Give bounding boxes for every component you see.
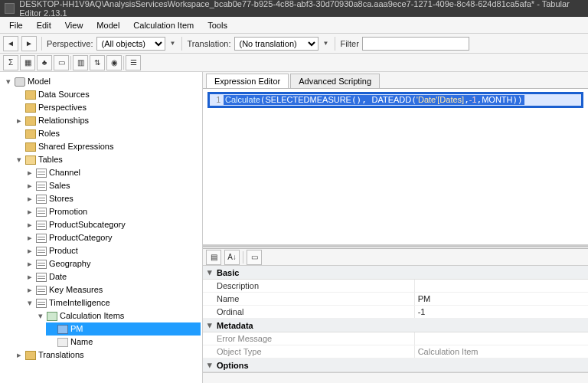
folder-icon[interactable]: ▭: [54, 55, 69, 70]
prop-name-value[interactable]: PM: [415, 293, 588, 305]
expander-icon[interactable]: ▸: [26, 192, 34, 205]
table-icon: [36, 182, 47, 191]
tree-name-col[interactable]: Name: [70, 336, 93, 349]
folder-icon: [25, 90, 36, 100]
props-toolbar: ▤ A↓ ▭: [203, 249, 588, 266]
expander-icon[interactable]: ▸: [15, 349, 23, 362]
code-text[interactable]: Calculate(SELECTEDMEASURE(), DATEADD('Da…: [224, 95, 524, 105]
prop-description[interactable]: Description: [203, 280, 415, 292]
props-rows[interactable]: ▾Basic Description NamePM Ordinal-1 ▾Met…: [203, 266, 588, 372]
tree-table-item[interactable]: Key Measures: [49, 283, 103, 296]
prop-ordinal[interactable]: Ordinal: [203, 306, 415, 318]
table-icon: [36, 221, 47, 230]
tree-table-item[interactable]: ProductSubcategory: [49, 218, 126, 231]
column-icon[interactable]: ▦: [20, 55, 35, 70]
perspective-label: Perspective:: [47, 39, 93, 48]
tree-table-item[interactable]: Channel: [49, 166, 80, 179]
expander-icon[interactable]: ▾: [15, 153, 23, 166]
tree-roles[interactable]: Roles: [38, 127, 60, 140]
tree-relationships[interactable]: Relationships: [38, 114, 89, 127]
tree-calc-items[interactable]: Calculation Items: [60, 309, 124, 322]
tree-table-item[interactable]: Geography: [49, 257, 90, 270]
folder-icon: [25, 142, 36, 152]
tree-table-item[interactable]: ProductCategory: [49, 231, 113, 244]
expander-icon[interactable]: ▸: [26, 166, 34, 179]
tree-data-sources[interactable]: Data Sources: [38, 88, 90, 101]
grid-icon[interactable]: ▥: [73, 55, 88, 70]
nav-back-button[interactable]: ◄: [3, 36, 18, 51]
line-number: 1: [211, 96, 220, 104]
expander-icon[interactable]: ▸: [26, 231, 34, 244]
hierarchy-icon[interactable]: ♣: [37, 55, 52, 70]
menu-calc-item[interactable]: Calculation Item: [127, 19, 200, 31]
tree-table-item[interactable]: Product: [49, 244, 78, 257]
tree-pm[interactable]: PM: [70, 322, 83, 336]
property-pages-icon[interactable]: ▭: [247, 250, 262, 265]
tree-shared-expr[interactable]: Shared Expressions: [38, 140, 113, 153]
expander-icon[interactable]: ▸: [26, 205, 34, 218]
tree-table-item[interactable]: Promotion: [49, 205, 87, 218]
sigma-icon[interactable]: Σ: [3, 55, 18, 70]
expander-icon[interactable]: ▸: [26, 270, 34, 283]
prop-name[interactable]: Name: [203, 293, 415, 305]
tree-root[interactable]: Model: [28, 75, 51, 88]
props-description-bar: [203, 372, 588, 383]
cat-basic[interactable]: ▾Basic: [203, 266, 588, 280]
filter-input[interactable]: [362, 37, 469, 51]
nav-fwd-button[interactable]: ►: [21, 36, 37, 51]
menu-model[interactable]: Model: [90, 19, 126, 31]
prop-object-type[interactable]: Object Type: [203, 345, 415, 358]
tree-tables[interactable]: Tables: [38, 153, 63, 166]
expander-icon[interactable]: ▾: [26, 296, 34, 309]
filter-toggle-icon[interactable]: ☰: [126, 55, 141, 70]
sort-az-icon[interactable]: A↓: [224, 250, 240, 265]
tree-table-item[interactable]: Sales: [49, 179, 70, 192]
tree-timeintelligence[interactable]: TimeIntelligence: [49, 296, 110, 309]
prop-ordinal-value[interactable]: -1: [415, 306, 588, 318]
menu-edit[interactable]: Edit: [31, 19, 57, 31]
translation-select[interactable]: (No translation): [234, 37, 318, 51]
perspective-select[interactable]: (All objects): [96, 37, 165, 51]
expander-icon[interactable]: ▸: [26, 257, 34, 270]
table-icon: [36, 286, 47, 295]
property-grid: ▤ A↓ ▭ ▾Basic Description NamePM Ordinal…: [203, 249, 588, 383]
table-icon: [36, 273, 47, 282]
perspective-dropdown-icon[interactable]: ▼: [168, 40, 178, 47]
translation-dropdown-icon[interactable]: ▼: [322, 40, 331, 47]
app-icon: [5, 3, 15, 14]
cat-metadata[interactable]: ▾Metadata: [203, 319, 588, 332]
table-icon: [36, 299, 47, 308]
cat-options[interactable]: ▾Options: [203, 358, 588, 372]
categorize-icon[interactable]: ▤: [206, 250, 221, 265]
expander-icon[interactable]: ▸: [15, 114, 23, 127]
tab-expression-editor[interactable]: Expression Editor: [206, 74, 289, 88]
expander-icon[interactable]: ▸: [26, 179, 34, 192]
calc-items-icon: [47, 312, 57, 321]
expression-editor[interactable]: 1 Calculate(SELECTEDMEASURE(), DATEADD('…: [203, 89, 588, 246]
main-area: ▾Model Data Sources Perspectives ▸Relati…: [0, 72, 588, 383]
tree-translations[interactable]: Translations: [38, 349, 84, 362]
table-icon: [36, 195, 47, 204]
expander-icon[interactable]: ▸: [26, 283, 34, 296]
model-icon: [15, 77, 25, 87]
model-tree[interactable]: ▾Model Data Sources Perspectives ▸Relati…: [0, 72, 203, 383]
tree-perspectives[interactable]: Perspectives: [38, 101, 87, 114]
menu-view[interactable]: View: [59, 19, 90, 31]
table-icon: [36, 169, 47, 178]
editor-tabs: Expression Editor Advanced Scripting: [203, 72, 588, 89]
table-icon: [36, 208, 47, 217]
translation-label: Translation:: [187, 39, 230, 48]
expander-icon[interactable]: ▾: [5, 75, 12, 88]
folder-icon: [25, 351, 36, 360]
prop-error-message[interactable]: Error Message: [203, 332, 415, 345]
tree-table-item[interactable]: Date: [49, 270, 67, 283]
menu-file[interactable]: File: [3, 19, 29, 31]
expander-icon[interactable]: ▾: [37, 309, 44, 322]
expander-icon[interactable]: ▸: [26, 244, 34, 257]
eye-icon[interactable]: ◉: [106, 55, 122, 70]
tab-advanced-scripting[interactable]: Advanced Scripting: [290, 74, 380, 88]
menu-tools[interactable]: Tools: [201, 19, 234, 31]
tree-table-item[interactable]: Stores: [49, 192, 74, 205]
sort-icon[interactable]: ⇅: [90, 55, 105, 70]
expander-icon[interactable]: ▸: [26, 218, 34, 231]
